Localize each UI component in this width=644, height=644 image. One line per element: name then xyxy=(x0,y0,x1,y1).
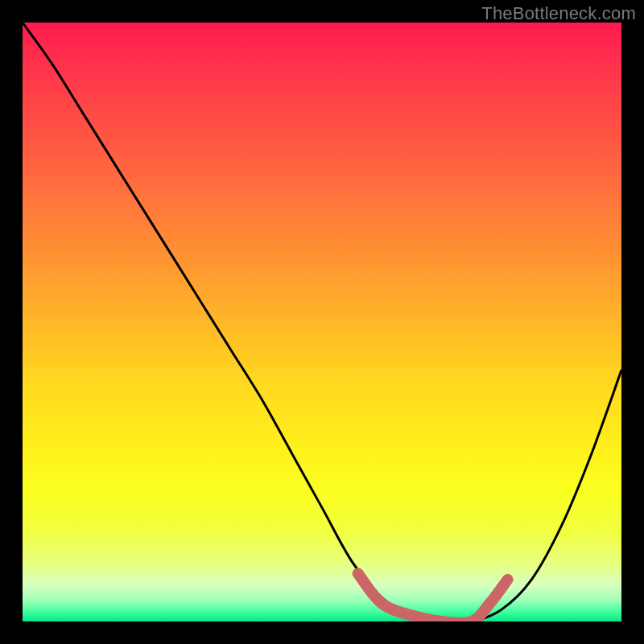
bottleneck-curve xyxy=(23,23,621,621)
chart-svg xyxy=(23,23,621,621)
plot-area xyxy=(23,23,621,621)
watermark-text: TheBottleneck.com xyxy=(481,3,636,24)
optimal-zone-highlight xyxy=(358,573,508,621)
chart-frame: TheBottleneck.com xyxy=(0,0,644,644)
